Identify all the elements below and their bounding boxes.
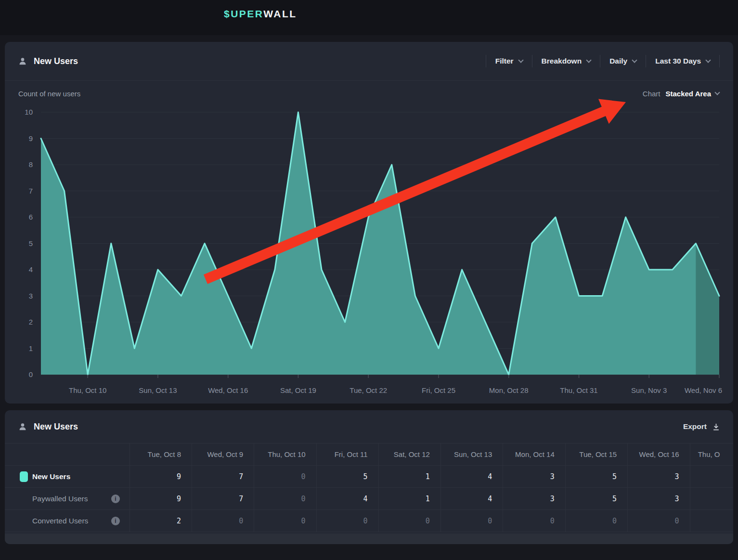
date-column-header: Wed, Oct 9 [192,443,254,466]
chevron-down-icon [705,57,711,63]
filter-divider [719,55,720,67]
table-value-cell [690,466,733,488]
date-range-label: Last 30 Days [655,57,701,65]
row-label-text: New Users [32,472,70,481]
topbar: $UPERWALL [0,0,738,35]
x-axis-ticks [88,375,719,378]
granularity-dropdown[interactable]: Daily [600,57,646,65]
chevron-down-icon [714,90,720,95]
area-series-line [41,112,719,375]
x-axis-label: Fri, Oct 25 [422,386,455,394]
x-axis-label: Thu, Oct 31 [560,386,597,394]
chevron-down-icon [518,57,523,63]
table-value-cell: 5 [565,488,627,510]
table-card: New Users Export Tue, Oct 8Wed, Oct 9Thu… [5,410,733,544]
table-value-cell: 7 [192,488,254,510]
info-icon[interactable]: i [111,517,120,525]
horizontal-scrollbar-track[interactable] [5,534,733,544]
table-value-cell: 5 [316,466,378,488]
row-label-text: Converted Users [32,517,88,525]
table-value-cell: 0 [192,510,254,532]
table-value-cell: 3 [503,466,566,488]
table-row: New Users970514353 [5,466,733,488]
area-series-fill [41,112,719,375]
row-label-cell: New Users [5,466,129,488]
metrics-table: Tue, Oct 8Wed, Oct 9Thu, Oct 10Fri, Oct … [5,443,733,532]
table-value-cell: 3 [503,488,566,510]
date-column-header: Sun, Oct 13 [440,443,503,466]
x-axis-label: Sat, Oct 19 [280,386,316,394]
date-column-header: Sat, Oct 12 [378,443,440,466]
gridlines [41,112,719,375]
date-column-header: Tue, Oct 15 [565,443,627,466]
red-arrow-annotation [204,99,626,284]
table-value-cell [690,488,733,510]
chevron-down-icon [586,57,591,63]
chart-meta-row: Count of new users Chart Stacked Area [18,90,719,98]
export-button[interactable]: Export [683,422,720,431]
row-label-column-header [5,443,129,466]
y-axis-label: 5 [29,239,33,247]
table-value-cell: 3 [628,466,690,488]
logo-suffix: WALL [263,8,297,19]
row-label-cell: Paywalled Usersi [5,488,129,510]
chart-title-text: New Users [34,56,78,66]
table-value-cell: 0 [440,510,503,532]
chevron-down-icon [632,57,637,63]
x-axis-label: Thu, Oct 10 [69,386,106,394]
y-axis-label: 2 [29,318,33,326]
user-icon [18,57,27,65]
y-axis-label: 7 [29,187,33,195]
x-axis-label: Mon, Oct 28 [489,386,529,394]
table-value-cell: 7 [192,466,254,488]
x-axis-label: Wed, Nov 6 [685,386,722,394]
superwall-logo: $UPERWALL [224,8,297,20]
y-axis-label: 8 [29,160,33,169]
table-value-cell: 0 [254,510,316,532]
y-axis-title: Count of new users [18,90,80,98]
table-row: Converted Usersi200000000 [5,510,733,532]
date-column-header: Thu, O [690,443,733,466]
chart-type-label: Chart [643,90,660,98]
table-value-cell: 0 [565,510,627,532]
logo-prefix: $UPER [224,8,263,19]
table-value-cell: 0 [254,466,316,488]
table-value-cell: 1 [378,488,440,510]
table-value-cell: 4 [316,488,378,510]
granularity-label: Daily [609,57,627,65]
table-card-header: New Users Export [5,410,733,443]
chart-type-dropdown[interactable]: Chart Stacked Area [643,90,719,98]
table-value-cell: 9 [129,488,192,510]
filter-dropdown[interactable]: Filter [486,57,532,65]
date-column-header: Fri, Oct 11 [316,443,378,466]
date-range-dropdown[interactable]: Last 30 Days [646,57,719,65]
chart-card: New Users Filter Breakdown Daily Last 30… [5,42,733,404]
table-value-cell: 0 [254,488,316,510]
table-value-cell: 4 [440,466,503,488]
y-axis-label: 6 [29,213,33,221]
info-icon[interactable]: i [111,495,120,503]
row-label-cell: Converted Usersi [5,510,129,532]
date-column-header: Tue, Oct 8 [129,443,192,466]
table-value-cell: 1 [378,466,440,488]
table-value-cell: 0 [628,510,690,532]
y-axis-label: 4 [29,265,33,273]
row-label-text: Paywalled Users [32,495,88,503]
date-column-header: Mon, Oct 14 [503,443,566,466]
export-label: Export [683,422,707,431]
breakdown-dropdown[interactable]: Breakdown [532,57,600,65]
table-value-cell: 0 [316,510,378,532]
x-axis-label: Tue, Oct 22 [350,386,387,394]
x-axis-label: Sun, Oct 13 [139,386,177,394]
filter-bar: Filter Breakdown Daily Last 30 Days [486,55,720,67]
series-color-swatch [20,471,28,482]
date-column-header: Wed, Oct 16 [628,443,690,466]
chart-card-header: New Users Filter Breakdown Daily Last 30… [5,42,733,81]
breakdown-label: Breakdown [542,57,582,65]
y-axis-label: 10 [25,108,33,116]
y-axis-label: 1 [29,344,33,352]
chart-type-value: Stacked Area [666,90,712,98]
table-row: Paywalled Usersi970414353 [5,488,733,510]
table-title-text: New Users [34,422,78,432]
table-value-cell: 9 [129,466,192,488]
